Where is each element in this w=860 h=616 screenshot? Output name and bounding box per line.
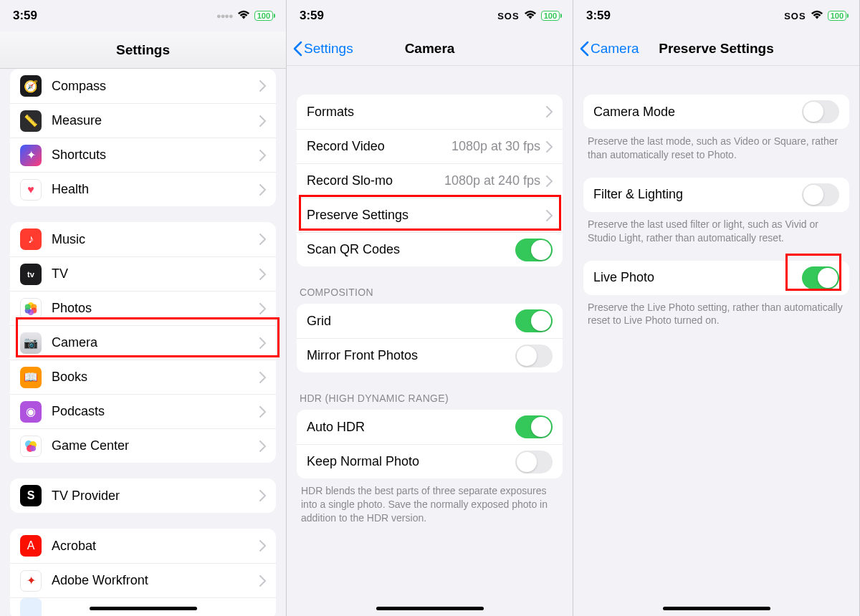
camera-icon: 📷 bbox=[20, 332, 42, 354]
row-tv-provider[interactable]: S TV Provider bbox=[10, 478, 276, 513]
chevron-right-icon bbox=[259, 150, 266, 161]
section-header-hdr: HDR (HIGH DYNAMIC RANGE) bbox=[300, 393, 560, 404]
preserve-settings-list[interactable]: Camera Mode Preserve the last mode, such… bbox=[573, 66, 859, 616]
chevron-right-icon bbox=[259, 575, 266, 587]
row-adobe-workfront[interactable]: ✦ Adobe Workfront bbox=[10, 563, 276, 597]
toggle-keep-normal[interactable] bbox=[515, 451, 553, 473]
workfront-icon: ✦ bbox=[20, 570, 42, 592]
settings-group-thirdparty: A Acrobat ✦ Adobe Workfront bbox=[10, 529, 276, 616]
row-compass[interactable]: 🧭 Compass bbox=[10, 69, 276, 103]
toggle-camera-mode[interactable] bbox=[802, 100, 839, 123]
row-label: Music bbox=[52, 232, 259, 247]
footer-live-photo: Preserve the Live Photo setting, rather … bbox=[588, 301, 845, 328]
chevron-right-icon bbox=[546, 175, 553, 187]
toggle-mirror-front[interactable] bbox=[515, 345, 553, 367]
row-game-center[interactable]: Game Center bbox=[10, 428, 276, 463]
nav-bar: Camera Preserve Settings bbox=[573, 32, 859, 66]
books-icon: 📖 bbox=[20, 367, 42, 388]
nav-bar: Settings Camera bbox=[287, 32, 573, 66]
back-label: Settings bbox=[304, 41, 353, 57]
row-health[interactable]: ♥ Health bbox=[10, 172, 276, 206]
row-formats[interactable]: Formats bbox=[297, 95, 563, 129]
row-acrobat[interactable]: A Acrobat bbox=[10, 529, 276, 563]
wifi-icon bbox=[811, 10, 823, 22]
row-filter-lighting[interactable]: Filter & Lighting bbox=[583, 178, 849, 212]
back-button[interactable]: Camera bbox=[573, 41, 639, 57]
back-label: Camera bbox=[591, 41, 639, 57]
toggle-auto-hdr[interactable] bbox=[515, 415, 553, 438]
row-label: Filter & Lighting bbox=[593, 187, 802, 202]
row-label: Photos bbox=[52, 301, 259, 316]
footer-filter-lighting: Preserve the last used filter or light, … bbox=[588, 218, 845, 245]
row-shortcuts[interactable]: ✦ Shortcuts bbox=[10, 138, 276, 172]
chevron-right-icon bbox=[259, 115, 266, 127]
settings-group-media: ♪ Music tv TV bbox=[10, 222, 276, 463]
row-record-video[interactable]: Record Video 1080p at 30 fps bbox=[297, 129, 563, 163]
chevron-right-icon bbox=[259, 234, 266, 245]
preserve-group-camera-mode: Camera Mode bbox=[583, 95, 849, 129]
row-auto-hdr[interactable]: Auto HDR bbox=[297, 410, 563, 444]
status-bar: 3:59 SOS 100 bbox=[573, 0, 859, 32]
nav-title: Settings bbox=[0, 42, 286, 58]
row-label: Measure bbox=[52, 113, 259, 128]
home-indicator[interactable] bbox=[90, 607, 197, 610]
camera-group-hdr: Auto HDR Keep Normal Photo bbox=[297, 410, 563, 478]
chevron-right-icon bbox=[259, 490, 266, 501]
row-label: Adobe Workfront bbox=[52, 573, 259, 588]
row-label: Books bbox=[52, 370, 259, 385]
sos-indicator: SOS bbox=[784, 11, 806, 21]
row-photos[interactable]: Photos bbox=[10, 291, 276, 325]
section-header-composition: COMPOSITION bbox=[300, 287, 560, 298]
home-indicator[interactable] bbox=[376, 607, 484, 610]
row-label: Health bbox=[52, 182, 259, 197]
row-label: TV Provider bbox=[52, 489, 259, 504]
chevron-right-icon bbox=[259, 269, 266, 280]
row-label: Acrobat bbox=[52, 539, 259, 554]
preserve-group-filter-lighting: Filter & Lighting bbox=[583, 178, 849, 212]
camera-settings-list[interactable]: Formats Record Video 1080p at 30 fps Rec… bbox=[287, 66, 573, 616]
svg-point-9 bbox=[30, 446, 36, 451]
row-label: Mirror Front Photos bbox=[307, 348, 515, 363]
row-label: Podcasts bbox=[52, 404, 259, 419]
toggle-scan-qr[interactable] bbox=[515, 239, 553, 261]
row-books[interactable]: 📖 Books bbox=[10, 360, 276, 394]
measure-icon: 📏 bbox=[20, 110, 42, 132]
acrobat-icon: A bbox=[20, 535, 42, 557]
row-label: Compass bbox=[52, 79, 259, 94]
game-center-icon bbox=[20, 435, 42, 457]
row-measure[interactable]: 📏 Measure bbox=[10, 103, 276, 138]
row-grid[interactable]: Grid bbox=[297, 304, 563, 338]
row-keep-normal-photo[interactable]: Keep Normal Photo bbox=[297, 444, 563, 478]
row-music[interactable]: ♪ Music bbox=[10, 222, 276, 256]
row-live-photo[interactable]: Live Photo bbox=[583, 261, 849, 295]
row-label: Scan QR Codes bbox=[307, 242, 515, 257]
toggle-grid[interactable] bbox=[515, 309, 553, 332]
row-label: Shortcuts bbox=[52, 148, 259, 163]
chevron-right-icon bbox=[259, 372, 266, 383]
row-label: Live Photo bbox=[593, 270, 802, 285]
toggle-live-photo[interactable] bbox=[802, 266, 839, 289]
home-indicator[interactable] bbox=[663, 607, 770, 610]
status-bar: 3:59 ●●●● 100 bbox=[0, 0, 286, 32]
row-podcasts[interactable]: ◉ Podcasts bbox=[10, 394, 276, 428]
screenshot-settings-main: 3:59 ●●●● 100 Settings 🧭 Compass 📏 Measu… bbox=[0, 0, 287, 616]
row-label: Record Video bbox=[307, 139, 452, 154]
toggle-filter-lighting[interactable] bbox=[802, 183, 839, 206]
settings-list[interactable]: 🧭 Compass 📏 Measure ✦ Shortcuts ♥ Health bbox=[0, 69, 286, 616]
row-preserve-settings[interactable]: Preserve Settings bbox=[297, 198, 563, 232]
row-camera-mode[interactable]: Camera Mode bbox=[583, 95, 849, 129]
tv-provider-icon: S bbox=[20, 485, 42, 506]
row-tv[interactable]: tv TV bbox=[10, 256, 276, 291]
row-camera[interactable]: 📷 Camera bbox=[10, 325, 276, 360]
row-mirror-front-photos[interactable]: Mirror Front Photos bbox=[297, 338, 563, 372]
chevron-right-icon bbox=[259, 406, 266, 418]
row-record-slomo[interactable]: Record Slo-mo 1080p at 240 fps bbox=[297, 163, 563, 198]
status-time: 3:59 bbox=[586, 9, 611, 23]
sos-indicator: SOS bbox=[497, 11, 519, 21]
status-time: 3:59 bbox=[300, 9, 324, 23]
chevron-right-icon bbox=[259, 540, 266, 552]
row-scan-qr-codes[interactable]: Scan QR Codes bbox=[297, 232, 563, 266]
status-time: 3:59 bbox=[13, 9, 37, 23]
shortcuts-icon: ✦ bbox=[20, 145, 42, 166]
back-button[interactable]: Settings bbox=[287, 41, 353, 57]
